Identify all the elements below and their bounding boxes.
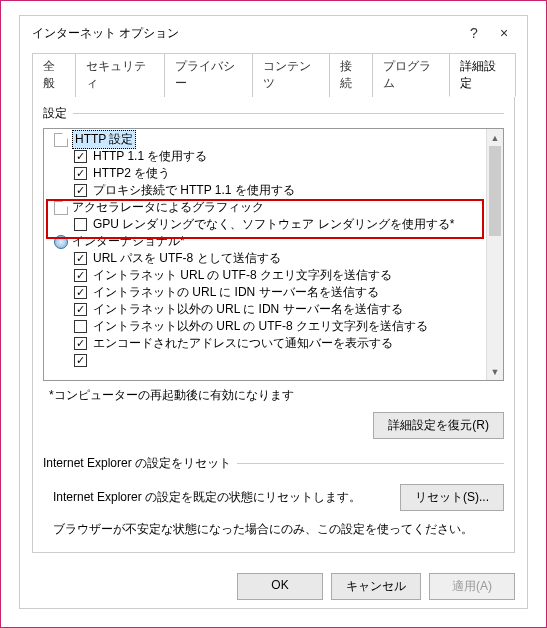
tree-checkbox-item[interactable]: イントラネット URL の UTF-8 クエリ文字列を送信する — [48, 267, 486, 284]
tab-4[interactable]: 接続 — [329, 53, 373, 97]
dialog-body: 全般セキュリティプライバシーコンテンツ接続プログラム詳細設定 設定 HTTP 設… — [20, 48, 527, 563]
scroll-thumb[interactable] — [489, 146, 501, 236]
tree-checkbox-item[interactable]: URL パスを UTF-8 として送信する — [48, 250, 486, 267]
settings-tree: HTTP 設定HTTP 1.1 を使用するHTTP2 を使うプロキシ接続で HT… — [44, 129, 486, 380]
tree-group-label: アクセラレータによるグラフィック — [72, 199, 264, 216]
tab-5[interactable]: プログラム — [372, 53, 450, 97]
tree-checkbox-item[interactable]: イントラネット以外の URL に IDN サーバー名を送信する — [48, 301, 486, 318]
tab-0[interactable]: 全般 — [32, 53, 76, 97]
doc-icon — [54, 133, 68, 147]
apply-button[interactable]: 適用(A) — [429, 573, 515, 600]
doc-icon — [54, 201, 68, 215]
reset-section: Internet Explorer の設定をリセット Internet Expl… — [43, 455, 504, 542]
tree-item-label: プロキシ接続で HTTP 1.1 を使用する — [93, 182, 295, 199]
tree-checkbox-item[interactable]: エンコードされたアドレスについて通知バーを表示する — [48, 335, 486, 352]
scroll-track[interactable] — [487, 146, 503, 363]
close-button[interactable]: × — [489, 22, 519, 44]
tree-checkbox-item[interactable]: HTTP2 を使う — [48, 165, 486, 182]
tree-item-label: HTTP 1.1 を使用する — [93, 148, 207, 165]
tree-item-label: GPU レンダリングでなく、ソフトウェア レンダリングを使用する* — [93, 216, 454, 233]
annotation-frame: インターネット オプション ? × 全般セキュリティプライバシーコンテンツ接続プ… — [0, 0, 547, 628]
tree-checkbox-item[interactable] — [48, 352, 486, 369]
reset-fieldset: Internet Explorer の設定をリセット — [43, 455, 504, 472]
tree-group-label: HTTP 設定 — [72, 130, 136, 149]
checkbox-icon[interactable] — [74, 303, 87, 316]
tree-group[interactable]: インターナショナル* — [48, 233, 486, 250]
tree-checkbox-item[interactable]: プロキシ接続で HTTP 1.1 を使用する — [48, 182, 486, 199]
checkbox-icon[interactable] — [74, 286, 87, 299]
scroll-down-icon[interactable]: ▼ — [487, 363, 503, 380]
tree-item-label: エンコードされたアドレスについて通知バーを表示する — [93, 335, 393, 352]
settings-fieldset: 設定 — [43, 105, 504, 122]
reset-warning: ブラウザーが不安定な状態になった場合にのみ、この設定を使ってください。 — [43, 517, 504, 542]
restore-advanced-button[interactable]: 詳細設定を復元(R) — [373, 412, 504, 439]
tree-item-label: イントラネット以外の URL の UTF-8 クエリ文字列を送信する — [93, 318, 428, 335]
restart-note: *コンピューターの再起動後に有効になります — [49, 387, 504, 404]
tab-1[interactable]: セキュリティ — [75, 53, 164, 97]
vertical-scrollbar[interactable]: ▲ ▼ — [486, 129, 503, 380]
help-button[interactable]: ? — [459, 22, 489, 44]
checkbox-icon[interactable] — [74, 252, 87, 265]
tree-item-label: イントラネットの URL に IDN サーバー名を送信する — [93, 284, 379, 301]
tree-group[interactable]: アクセラレータによるグラフィック — [48, 199, 486, 216]
reset-button[interactable]: リセット(S)... — [400, 484, 504, 511]
reset-row: Internet Explorer の設定を既定の状態にリセットします。 リセッ… — [43, 478, 504, 517]
checkbox-icon[interactable] — [74, 167, 87, 180]
checkbox-icon[interactable] — [74, 218, 87, 231]
tree-item-label: イントラネット以外の URL に IDN サーバー名を送信する — [93, 301, 403, 318]
scroll-up-icon[interactable]: ▲ — [487, 129, 503, 146]
reset-desc: Internet Explorer の設定を既定の状態にリセットします。 — [53, 489, 388, 506]
reset-section-label: Internet Explorer の設定をリセット — [43, 455, 231, 472]
internet-options-dialog: インターネット オプション ? × 全般セキュリティプライバシーコンテンツ接続プ… — [19, 15, 528, 609]
tree-checkbox-item[interactable]: GPU レンダリングでなく、ソフトウェア レンダリングを使用する* — [48, 216, 486, 233]
tab-strip: 全般セキュリティプライバシーコンテンツ接続プログラム詳細設定 — [32, 52, 515, 96]
divider — [73, 113, 504, 114]
tab-2[interactable]: プライバシー — [164, 53, 253, 97]
tree-item-label: イントラネット URL の UTF-8 クエリ文字列を送信する — [93, 267, 392, 284]
settings-listbox[interactable]: HTTP 設定HTTP 1.1 を使用するHTTP2 を使うプロキシ接続で HT… — [43, 128, 504, 381]
tree-checkbox-item[interactable]: イントラネット以外の URL の UTF-8 クエリ文字列を送信する — [48, 318, 486, 335]
tree-group[interactable]: HTTP 設定 — [48, 131, 486, 148]
dialog-footer: OK キャンセル 適用(A) — [20, 563, 527, 610]
tab-3[interactable]: コンテンツ — [252, 53, 330, 97]
window-title: インターネット オプション — [32, 25, 459, 42]
checkbox-icon[interactable] — [74, 150, 87, 163]
divider — [237, 463, 504, 464]
checkbox-icon[interactable] — [74, 320, 87, 333]
tree-checkbox-item[interactable]: HTTP 1.1 を使用する — [48, 148, 486, 165]
tree-item-label: HTTP2 を使う — [93, 165, 170, 182]
ok-button[interactable]: OK — [237, 573, 323, 600]
titlebar: インターネット オプション ? × — [20, 16, 527, 48]
tab-panel-advanced: 設定 HTTP 設定HTTP 1.1 を使用するHTTP2 を使うプロキシ接続で… — [32, 96, 515, 553]
checkbox-icon[interactable] — [74, 337, 87, 350]
cancel-button[interactable]: キャンセル — [331, 573, 421, 600]
restore-row: 詳細設定を復元(R) — [43, 412, 504, 439]
tab-6[interactable]: 詳細設定 — [449, 53, 516, 97]
checkbox-icon[interactable] — [74, 354, 87, 367]
checkbox-icon[interactable] — [74, 184, 87, 197]
tree-item-label: URL パスを UTF-8 として送信する — [93, 250, 281, 267]
tree-group-label: インターナショナル* — [72, 233, 185, 250]
globe-icon — [54, 235, 68, 249]
settings-label: 設定 — [43, 105, 67, 122]
checkbox-icon[interactable] — [74, 269, 87, 282]
tree-checkbox-item[interactable]: イントラネットの URL に IDN サーバー名を送信する — [48, 284, 486, 301]
